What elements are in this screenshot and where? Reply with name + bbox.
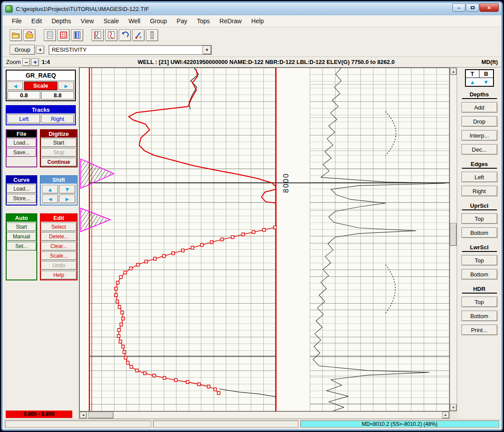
import-image-button[interactable] (23, 29, 35, 41)
group-button[interactable]: Group (10, 45, 35, 55)
auto-manual-button[interactable]: Manual (7, 232, 36, 241)
window-title: C:\geoplus1\Projects\TUTORIAL\IMAGES\D-1… (16, 6, 452, 12)
auto-set-button[interactable]: Set... (7, 242, 36, 251)
close-button[interactable]: × (479, 4, 499, 12)
shift-left-button[interactable]: ◄ (42, 195, 58, 203)
edit-scale-button[interactable]: Scale... (41, 251, 77, 260)
menu-redraw[interactable]: ReDraw (215, 16, 247, 26)
scroll-right-icon[interactable]: ► (442, 412, 449, 418)
shift-right-button[interactable]: ► (59, 195, 75, 203)
tracks-left-button[interactable]: Left (7, 114, 40, 124)
depths-interp-button[interactable]: Interp... (461, 130, 497, 141)
vertical-scroll-track[interactable] (450, 75, 457, 404)
lwrscl-bottom-button[interactable]: Bottom (461, 269, 497, 280)
open-image-button[interactable] (10, 29, 22, 41)
undo-button[interactable] (119, 29, 131, 41)
titlebar[interactable]: C:\geoplus1\Projects\TUTORIAL\IMAGES\D-1… (3, 3, 501, 15)
group-select[interactable]: RESISTIVITY ▼ (49, 45, 212, 55)
minimize-button[interactable]: – (452, 4, 465, 12)
horizontal-scroll-track[interactable] (87, 412, 442, 418)
edit-help-button[interactable]: Help (41, 271, 77, 280)
scroll-up-icon[interactable]: ▲ (450, 68, 457, 75)
auto-title: Auto (7, 214, 36, 222)
log-black-curve-button[interactable] (92, 29, 104, 41)
scale-button[interactable]: Scale (24, 81, 57, 90)
group-expand-button[interactable]: + (36, 46, 44, 54)
tb-up-button[interactable]: ▲ (466, 78, 479, 86)
menu-group[interactable]: Group (145, 16, 172, 26)
scroll-left-icon[interactable]: ◄ (80, 412, 87, 418)
scale-shift-left-button[interactable]: ◄ (7, 81, 23, 90)
menu-edit[interactable]: Edit (27, 16, 47, 26)
zoom-out-button[interactable]: – (22, 58, 30, 66)
menu-pay[interactable]: Pay (172, 16, 192, 26)
digitize-group: Digitize Start Stop Continue (40, 129, 78, 167)
tb-down-button[interactable]: ▼ (479, 78, 493, 86)
curve-load-button[interactable]: Load... (7, 184, 36, 193)
log-canvas-wrap: 8000 (79, 67, 450, 411)
shift-down-button[interactable]: ▼ (59, 185, 75, 194)
edges-right-button[interactable]: Right (461, 186, 497, 196)
depths-drop-button[interactable]: Drop (461, 116, 497, 127)
horizontal-scrollbar[interactable]: ◄ ► (79, 411, 450, 419)
edit-clear-button[interactable]: Clear... (41, 242, 77, 251)
edit-select-button[interactable]: Select (41, 223, 77, 231)
horizontal-scroll-thumb[interactable] (88, 412, 114, 418)
hdr-bottom-button[interactable]: Bottom (461, 311, 497, 321)
edges-left-button[interactable]: Left (461, 172, 497, 182)
file-save-button[interactable]: Save... (7, 148, 36, 157)
menu-well[interactable]: Well (124, 16, 145, 26)
scale-left-value[interactable]: 0.8 (7, 91, 40, 99)
menu-tops[interactable]: Tops (192, 16, 215, 26)
hdr-top-button[interactable]: Top (461, 297, 497, 307)
depths-add-button[interactable]: Add (461, 102, 497, 113)
track-columns-button[interactable] (71, 29, 83, 41)
status-bar: MD=8010.2 (SS=-8010.2) (48%) (3, 419, 501, 429)
bottom-button[interactable]: B (479, 70, 493, 78)
edit-delete-button[interactable]: Delete... (41, 232, 77, 241)
svg-text:8000: 8000 (282, 173, 290, 193)
depth-bar-icon (148, 31, 156, 39)
log-red-curve-button[interactable] (105, 29, 117, 41)
dropdown-arrow-icon[interactable]: ▼ (202, 46, 211, 54)
app-window: C:\geoplus1\Projects\TUTORIAL\IMAGES\D-1… (1, 1, 503, 431)
scale-right-value[interactable]: 8.8 (41, 91, 74, 99)
auto-start-button[interactable]: Start (7, 223, 36, 231)
toolbar (3, 27, 501, 43)
depth-bar-button[interactable] (146, 29, 158, 41)
scroll-down-icon[interactable]: ▼ (450, 404, 457, 411)
uprscl-bottom-button[interactable]: Bottom (461, 227, 497, 238)
uprscl-title: UprScl (462, 202, 497, 210)
grid-setup-button[interactable] (57, 29, 70, 41)
depths-dec-button[interactable]: Dec... (461, 144, 497, 155)
uprscl-top-button[interactable]: Top (461, 213, 497, 224)
tracks-right-button[interactable]: Right (41, 114, 74, 124)
menu-view[interactable]: View (76, 16, 99, 26)
curve-store-button[interactable]: Store... (7, 194, 36, 203)
menu-depths[interactable]: Depths (47, 16, 76, 26)
file-group: File Load... Save... (6, 129, 37, 167)
curve-range-label: 0.800 - 8.800 (6, 411, 72, 418)
file-load-button[interactable]: Load... (7, 138, 36, 147)
shift-up-button[interactable]: ▲ (42, 185, 58, 194)
digitize-continue-button[interactable]: Continue (41, 158, 77, 166)
digitize-pointer-button[interactable] (132, 29, 145, 41)
depth-lines-button[interactable] (44, 29, 56, 41)
curve-name: GR_RAEQ (7, 71, 75, 81)
zoom-in-button[interactable]: + (31, 58, 39, 66)
scale-shift-right-button[interactable]: ► (58, 81, 74, 90)
lwrscl-top-button[interactable]: Top (461, 255, 497, 266)
menubar: File Edit Depths View Scale Well Group P… (3, 15, 501, 27)
hdr-print-button[interactable]: Print... (461, 325, 497, 335)
digitize-start-button[interactable]: Start (41, 138, 77, 147)
maximize-button[interactable] (466, 4, 479, 12)
shift-group: Shift ▲ ▼ ◄ ► (40, 175, 78, 205)
vertical-scroll-thumb[interactable] (450, 223, 457, 246)
top-button[interactable]: T (466, 70, 480, 78)
log-canvas[interactable]: 8000 (80, 68, 449, 411)
vertical-scrollbar[interactable]: ▲ ▼ (450, 67, 457, 411)
menu-scale[interactable]: Scale (99, 16, 124, 26)
menu-help[interactable]: Help (246, 16, 269, 26)
menu-file[interactable]: File (7, 16, 27, 26)
status-segment-1 (5, 420, 151, 428)
